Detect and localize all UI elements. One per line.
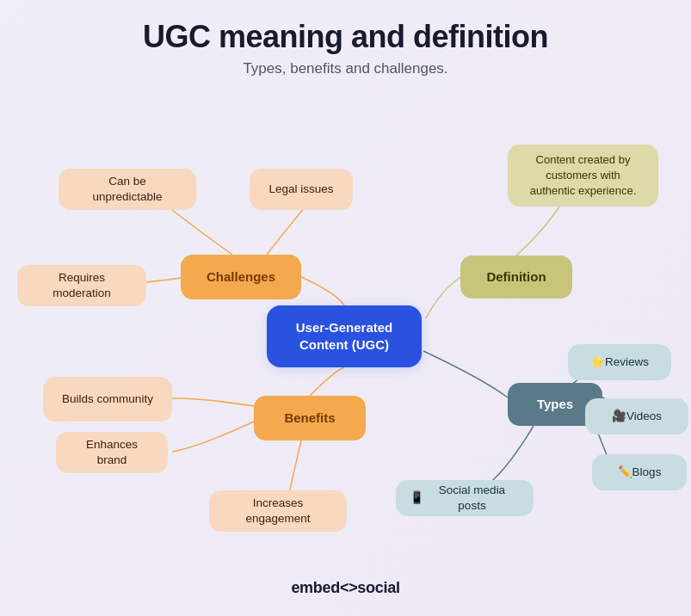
increases-engagement-node: Increases engagement <box>209 490 347 532</box>
page: UGC meaning and definition Types, benefi… <box>0 0 691 616</box>
social-media-node: 📱 Social media posts <box>396 480 534 516</box>
videos-node: 🎥 Videos <box>585 398 688 434</box>
social-icon: 📱 <box>410 490 424 506</box>
blogs-icon: ✏️ <box>618 465 632 480</box>
logo: embed<>social <box>291 579 399 597</box>
benefits-node: Benefits <box>254 396 366 440</box>
reviews-icon: ⭐ <box>590 354 605 370</box>
definition-desc-node: Content created by customers with authen… <box>508 145 658 206</box>
logo-text: embed<>social <box>291 579 399 596</box>
ugc-center-node: User-Generated Content (UGC) <box>267 305 422 367</box>
requires-moderation-node: Requires moderation <box>17 265 146 306</box>
definition-node: Definition <box>460 256 572 299</box>
videos-icon: 🎥 <box>612 409 626 424</box>
challenges-node: Challenges <box>181 255 301 299</box>
legal-issues-node: Legal issues <box>250 169 353 210</box>
enhances-brand-node: Enhances brand <box>56 432 168 473</box>
reviews-node: ⭐ Reviews <box>568 344 671 380</box>
subtitle: Types, benefits and challenges. <box>0 60 691 77</box>
blogs-node: ✏️ Blogs <box>592 454 687 490</box>
unpredictable-node: Can be unpredictable <box>59 169 196 210</box>
builds-community-node: Builds community <box>43 377 172 422</box>
main-title: UGC meaning and definition <box>0 0 691 55</box>
